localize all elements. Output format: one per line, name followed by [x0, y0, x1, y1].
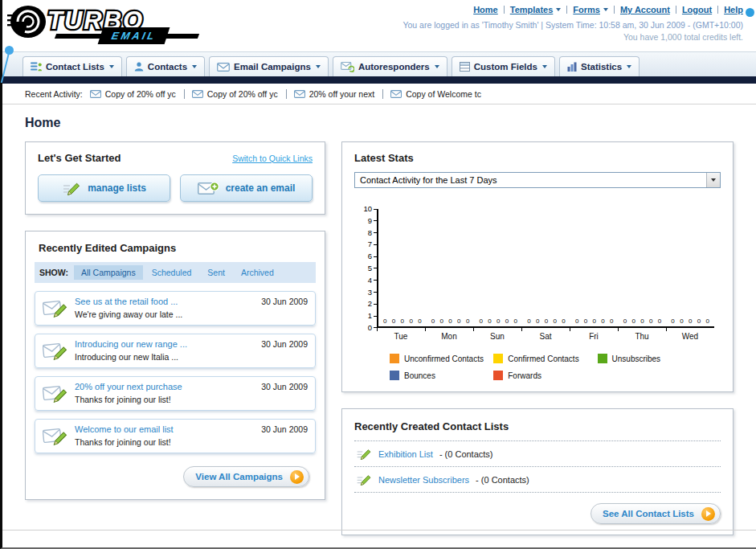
y-axis-label: 4: [368, 277, 377, 285]
show-label: SHOW:: [39, 268, 68, 277]
campaign-title-link[interactable]: Welcome to our email list: [75, 424, 255, 434]
bar-value-label: 0: [514, 318, 517, 325]
campaign-date: 30 Jun 2009: [261, 382, 308, 391]
envelope-icon: [192, 90, 203, 98]
bar-value-label: 0: [457, 318, 460, 325]
bar-value-label: 0: [631, 318, 635, 325]
manage-lists-label: manage lists: [88, 182, 146, 194]
see-all-contact-lists-button[interactable]: See All Contact Lists: [590, 503, 721, 524]
stats-period-select[interactable]: Contact Activity for the Last 7 Days: [354, 172, 721, 188]
pencil-icon: [356, 447, 372, 461]
x-axis-label: Fri: [570, 328, 618, 341]
campaign-title-link[interactable]: See us at the retail food ...: [75, 297, 255, 306]
chart-legend: Unconfirmed ContactsConfirmed ContactsUn…: [390, 354, 714, 380]
select-dropdown-button[interactable]: [706, 173, 720, 187]
bar-value-label: 0: [671, 318, 674, 325]
envelope-icon: [90, 90, 101, 98]
tab-label: Email Campaigns: [234, 62, 311, 72]
bar-value-label: 0: [610, 318, 613, 325]
filter-archived[interactable]: Archived: [234, 265, 281, 280]
create-email-button[interactable]: create an email: [180, 174, 313, 202]
contact-list-link[interactable]: Newsletter Subscribers: [378, 475, 469, 485]
separator: [566, 6, 567, 14]
contact-list-item[interactable]: Exhibition List - (0 Contacts): [354, 441, 721, 467]
campaign-list-item[interactable]: See us at the retail food ... We're givi…: [35, 291, 316, 326]
page-title: Home: [25, 116, 734, 130]
tab-email-campaigns[interactable]: Email Campaigns: [209, 56, 329, 76]
top-nav-my-account[interactable]: My Account: [620, 5, 670, 14]
recent-campaigns-title: Recently Edited Campaigns: [35, 242, 316, 254]
campaign-filterbar: SHOW: All Campaigns Scheduled Sent Archi…: [35, 262, 316, 283]
x-axis-label: Sun: [473, 328, 521, 341]
main-content: Home Let's Get Started Switch to Quick L…: [2, 104, 756, 549]
filter-all-campaigns[interactable]: All Campaigns: [74, 265, 143, 280]
footer-divider: [2, 530, 756, 531]
legend-swatch: [598, 354, 607, 363]
chevron-down-icon: [109, 65, 114, 68]
turbo-email-logo[interactable]: TURBO EMAIL: [7, 2, 210, 41]
bar-value-label: 0: [697, 318, 701, 325]
campaign-list-item[interactable]: Welcome to our email list Thanks for joi…: [35, 419, 316, 453]
switch-quick-links-link[interactable]: Switch to Quick Links: [232, 154, 313, 163]
chevron-down-icon: [556, 8, 561, 11]
y-axis-label: 0: [368, 324, 377, 332]
separator: [614, 6, 615, 14]
bar-value-label: 0: [554, 318, 557, 325]
envelope-pencil-icon: [43, 340, 68, 361]
campaign-date: 30 Jun 2009: [261, 297, 308, 306]
campaign-subtitle: Introducing our new Italia ...: [75, 352, 255, 362]
bar-value-label: 0: [488, 318, 491, 325]
autoresponders-icon: [341, 62, 354, 72]
manage-lists-button[interactable]: manage lists: [38, 174, 170, 202]
bar-group: 00000: [619, 209, 667, 326]
bar-value-label: 0: [601, 318, 604, 325]
campaign-title-link[interactable]: Introducing our new range ...: [75, 339, 255, 349]
campaign-list-item[interactable]: Introducing our new range ... Introducin…: [35, 334, 316, 368]
recent-activity-item[interactable]: 20% off your next: [294, 89, 384, 99]
y-axis-label: 6: [368, 252, 377, 260]
campaign-title-link[interactable]: 20% off your next purchase: [75, 382, 255, 391]
legend-item: Unconfirmed Contacts: [390, 354, 493, 363]
chevron-down-icon: [542, 65, 547, 68]
top-nav-templates[interactable]: Templates: [510, 5, 562, 14]
contact-list-count: - (0 Contacts): [476, 475, 529, 485]
right-column: Latest Stats Contact Activity for the La…: [341, 141, 734, 549]
filter-sent[interactable]: Sent: [200, 265, 232, 280]
bar-value-label: 0: [479, 318, 482, 325]
top-nav-help[interactable]: Help: [724, 5, 743, 14]
filter-scheduled[interactable]: Scheduled: [145, 265, 199, 280]
top-nav-home[interactable]: Home: [473, 5, 498, 14]
tab-contacts[interactable]: Contacts: [126, 56, 205, 76]
view-all-campaigns-button[interactable]: View All Campaigns: [183, 466, 309, 487]
top-nav-forms[interactable]: Forms: [573, 5, 608, 14]
create-email-label: create an email: [226, 182, 296, 194]
tab-label: Custom Fields: [474, 62, 537, 72]
campaign-subtitle: Thanks for joining our list!: [75, 437, 255, 447]
campaign-date: 30 Jun 2009: [261, 424, 308, 434]
campaign-list-item[interactable]: 20% off your next purchase Thanks for jo…: [35, 376, 316, 411]
y-axis-label: 2: [368, 300, 377, 308]
recent-activity-item[interactable]: Copy of 20% off yc: [192, 89, 287, 99]
chart-y-axis: 109876543210: [356, 205, 377, 332]
recent-activity-item[interactable]: Copy of Welcome tc: [390, 89, 489, 99]
tab-contact-lists[interactable]: Contact Lists: [22, 56, 122, 76]
legend-item: Forwards: [493, 371, 597, 380]
contact-list-item[interactable]: Newsletter Subscribers - (0 Contacts): [354, 467, 721, 493]
y-axis-label: 8: [368, 229, 377, 237]
campaign-subtitle: Thanks for joining our list!: [75, 395, 255, 404]
envelope-pencil-icon: [43, 383, 68, 404]
recent-activity-item[interactable]: Copy of 20% off yc: [90, 89, 185, 99]
tab-statistics[interactable]: Statistics: [559, 56, 640, 76]
tab-custom-fields[interactable]: Custom Fields: [452, 56, 555, 76]
activity-title: Copy of 20% off yc: [105, 89, 176, 99]
latest-stats-panel: Latest Stats Contact Activity for the La…: [341, 141, 734, 392]
recent-contact-lists-panel: Recently Created Contact Lists Exhibitio…: [341, 408, 734, 535]
bar-value-label: 0: [562, 318, 565, 325]
bar-value-label: 0: [497, 318, 500, 325]
top-nav-logout[interactable]: Logout: [682, 5, 712, 14]
bar-value-label: 0: [640, 318, 644, 325]
contact-list-link[interactable]: Exhibition List: [378, 449, 433, 459]
x-axis-label: Thu: [618, 328, 666, 341]
bar-value-label: 0: [440, 318, 443, 325]
tab-autoresponders[interactable]: Autoresponders: [333, 56, 447, 76]
